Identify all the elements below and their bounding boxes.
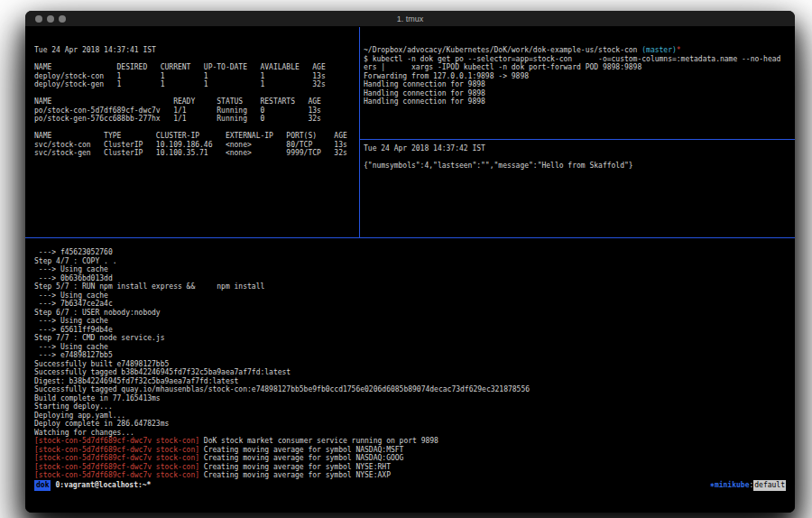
tmux-status-bar: dok 0:vagrant@localhost:~* ⎈ minikube : … (34, 480, 786, 491)
pane-divider-right-horizontal (360, 139, 795, 140)
pane-skaffold-log[interactable]: ---> f45623052760Step 4/7 : COPY . . ---… (34, 248, 788, 481)
tmux-terminal: Tue 24 Apr 2018 14:37:41 IST NAME DESIRE… (25, 27, 795, 513)
status-left: dok 0:vagrant@localhost:~* (34, 480, 151, 491)
kube-namespace: default (753, 480, 786, 491)
pane-port-forward[interactable]: ~/Dropbox/advocacy/Kubernetes/DoK/work/d… (364, 46, 788, 138)
kube-context: minikube (715, 480, 750, 491)
pane-kubectl-watch[interactable]: Tue 24 Apr 2018 14:37:41 IST NAME DESIRE… (34, 46, 357, 252)
pane-service-response[interactable]: Tue 24 Apr 2018 14:37:42 IST {"numsymbol… (364, 144, 788, 242)
terminal-window: 1. tmux Tue 24 Apr 2018 14:37:41 IST NAM… (25, 11, 795, 513)
pane-divider-vertical (359, 27, 360, 237)
status-right: ⎈ minikube : default (710, 480, 786, 491)
title-bar: 1. tmux (25, 11, 795, 27)
status-window-item[interactable]: 0:vagrant@localhost:~* (55, 480, 151, 491)
session-name-badge: dok (34, 480, 51, 491)
window-title: 1. tmux (25, 11, 795, 26)
